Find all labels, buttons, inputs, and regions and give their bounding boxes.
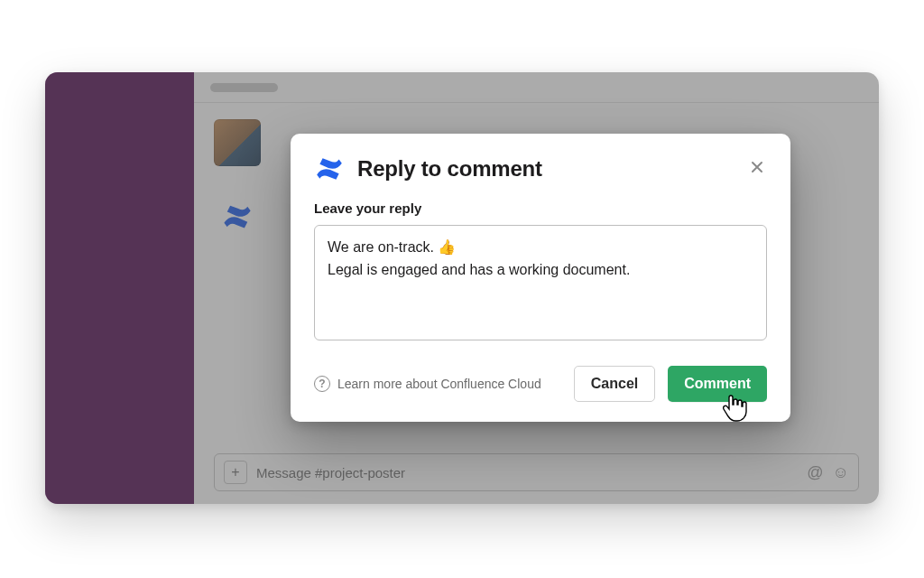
reply-textarea[interactable] <box>314 225 767 340</box>
modal-footer: ? Learn more about Confluence Cloud Canc… <box>314 366 767 402</box>
help-icon: ? <box>314 376 330 392</box>
modal-title: Reply to comment <box>357 156 542 182</box>
help-link[interactable]: ? Learn more about Confluence Cloud <box>314 376 541 392</box>
modal-close-button[interactable] <box>745 155 769 179</box>
reply-modal: Reply to comment Leave your reply ? Lear… <box>291 134 790 422</box>
slack-window: + @ ☺ Reply to comment L <box>45 72 879 504</box>
help-text: Learn more about Confluence Cloud <box>337 377 541 391</box>
comment-button[interactable]: Comment <box>668 366 767 402</box>
close-icon <box>750 160 764 174</box>
cancel-button[interactable]: Cancel <box>574 366 655 402</box>
confluence-icon <box>314 154 345 184</box>
modal-header: Reply to comment <box>314 154 767 184</box>
reply-label: Leave your reply <box>314 200 767 216</box>
stage: + @ ☺ Reply to comment L <box>0 0 924 578</box>
